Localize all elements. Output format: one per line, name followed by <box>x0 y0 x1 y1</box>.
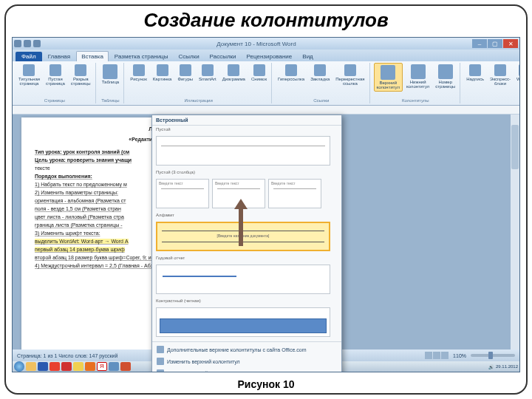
group-illustrations: Рисунок Картинка Фигуры SmartArt Диаграм… <box>126 63 272 103</box>
picture-button[interactable]: Рисунок <box>128 63 149 83</box>
task-firefox-icon[interactable] <box>85 362 95 371</box>
header-template-blank[interactable] <box>156 136 330 166</box>
system-tray[interactable]: 🔊 29.11.2012 <box>488 364 518 369</box>
header-template-austere[interactable] <box>156 307 330 337</box>
header-template-annual[interactable] <box>156 265 330 294</box>
textbox-button[interactable]: Надпись <box>464 63 486 83</box>
titlebar: Документ 10 - Microsoft Word – ▢ ✕ <box>13 38 519 50</box>
remove-header-item[interactable]: Удалить верхний колонтитул <box>152 367 341 372</box>
blank-page-button[interactable]: Пустая страница <box>44 63 67 87</box>
zoom-handle[interactable] <box>488 352 493 359</box>
group-pages: Титульная страница Пустая страница Разры… <box>14 63 96 103</box>
horizontal-ruler[interactable] <box>13 106 519 115</box>
gallery-section-builtin: Встроенный <box>152 115 341 126</box>
tab-insert[interactable]: Вставка <box>76 51 109 61</box>
tray-network-icon[interactable]: 🔊 <box>488 364 494 369</box>
quick-access-toolbar <box>14 40 41 47</box>
clipart-button[interactable]: Картинка <box>151 63 174 83</box>
zoom-percent[interactable]: 110% <box>453 353 466 358</box>
gallery-annual-label: Годовой отчет <box>152 254 341 262</box>
page-break-button[interactable]: Разрыв страницы <box>69 63 93 87</box>
scrollbar-thumb[interactable] <box>511 125 519 169</box>
smartart-button[interactable]: SmartArt <box>197 63 219 83</box>
tab-home[interactable]: Главная <box>44 52 75 61</box>
close-button[interactable]: ✕ <box>503 39 518 48</box>
slide-caption: Рисунок 10 <box>6 378 526 390</box>
maximize-button[interactable]: ▢ <box>488 39 502 48</box>
zoom-slider[interactable] <box>471 354 515 357</box>
start-button[interactable] <box>14 361 24 372</box>
tab-file[interactable]: Файл <box>16 52 42 61</box>
table-button[interactable]: Таблица <box>100 63 122 86</box>
header-template-col3[interactable]: Введите текст <box>268 179 321 208</box>
tab-review[interactable]: Рецензирование <box>242 52 297 61</box>
tab-mailings[interactable]: Рассылки <box>205 52 241 61</box>
page-number-button[interactable]: Номер страницы <box>433 63 457 90</box>
slide-title: Создание колонтитулов <box>6 6 526 33</box>
group-links: Гиперссылка Закладка Перекрестная ссылка… <box>273 63 369 103</box>
group-pages-label: Страницы <box>16 98 93 103</box>
task-yandex-icon[interactable] <box>50 362 60 371</box>
save-icon[interactable] <box>14 40 21 47</box>
group-text-label: Текст <box>464 98 520 103</box>
bookmark-button[interactable]: Закладка <box>308 63 332 83</box>
task-chrome-icon[interactable] <box>73 362 83 371</box>
tab-view[interactable]: Вид <box>298 52 317 61</box>
redo-icon[interactable] <box>33 40 41 47</box>
gallery-austere-label: Контрастный (четная) <box>152 297 341 304</box>
header-template-col1[interactable]: Введите текст <box>156 179 209 208</box>
cover-page-button[interactable]: Титульная страница <box>16 63 42 87</box>
ribbon-insert: Титульная страница Пустая страница Разры… <box>13 61 519 106</box>
shapes-button[interactable]: Фигуры <box>175 63 195 83</box>
remove-icon <box>157 369 164 372</box>
crossref-button[interactable]: Перекрестная ссылка <box>333 63 366 87</box>
more-headers-item[interactable]: Дополнительные верхние колонтитулы с сай… <box>152 344 341 355</box>
header-template-alphabet[interactable]: [Введите название документа] <box>156 222 330 251</box>
group-illus-label: Иллюстрации <box>128 98 269 103</box>
group-text: Надпись Экспресс-блоки WordArt Буквица С… <box>462 63 520 103</box>
task-explorer-icon[interactable] <box>26 362 36 371</box>
office-icon <box>157 346 164 353</box>
header-button[interactable]: Верхний колонтитул <box>374 63 403 92</box>
edit-icon <box>157 358 164 365</box>
group-links-label: Ссылки <box>276 98 366 103</box>
view-buttons[interactable] <box>425 352 449 359</box>
gallery-blank3-label: Пустой (3 столбца) <box>152 168 341 176</box>
screenshot-button[interactable]: Снимок <box>249 63 269 83</box>
window-title: Документ 10 - Microsoft Word <box>41 41 472 47</box>
group-tables-label: Таблицы <box>100 98 122 103</box>
task-y-icon[interactable]: Я <box>97 362 107 371</box>
task-word-icon[interactable] <box>38 362 48 371</box>
hyperlink-button[interactable]: Гиперссылка <box>276 63 307 83</box>
wordart-button[interactable]: WordArt <box>514 63 520 83</box>
edit-header-item[interactable]: Изменить верхний колонтитул <box>152 355 341 367</box>
footer-button[interactable]: Нижний колонтитул <box>404 63 432 90</box>
quickparts-button[interactable]: Экспресс-блоки <box>488 63 513 87</box>
header-template-col2[interactable]: Введите текст <box>212 179 265 208</box>
vertical-scrollbar[interactable] <box>511 115 519 349</box>
tab-references[interactable]: Ссылки <box>174 52 203 61</box>
status-left: Страница: 1 из 1 Число слов: 147 русский <box>17 353 117 358</box>
group-tables: Таблица Таблицы <box>98 63 125 103</box>
tab-layout[interactable]: Разметка страницы <box>110 52 173 61</box>
undo-icon[interactable] <box>24 40 31 47</box>
tray-clock[interactable]: 29.11.2012 <box>496 364 518 369</box>
group-hf-label: Колонтитулы <box>374 98 458 103</box>
gallery-alphabet-label: Алфавит <box>152 211 341 219</box>
minimize-button[interactable]: – <box>472 39 487 48</box>
group-header-footer: Верхний колонтитул Нижний колонтитул Ном… <box>372 63 461 103</box>
header-gallery-popup: Встроенный Пустой Пустой (3 столбца) Вве… <box>151 115 342 372</box>
task-powerpoint-icon[interactable] <box>120 362 131 371</box>
ribbon-tabs: Файл Главная Вставка Разметка страницы С… <box>13 50 519 61</box>
word-app-window: Документ 10 - Microsoft Word – ▢ ✕ Файл … <box>12 37 520 372</box>
task-app-icon[interactable] <box>109 362 119 371</box>
chart-button[interactable]: Диаграмма <box>220 63 248 83</box>
gallery-blank-label: Пустой <box>152 126 341 133</box>
task-opera-icon[interactable] <box>61 362 72 371</box>
